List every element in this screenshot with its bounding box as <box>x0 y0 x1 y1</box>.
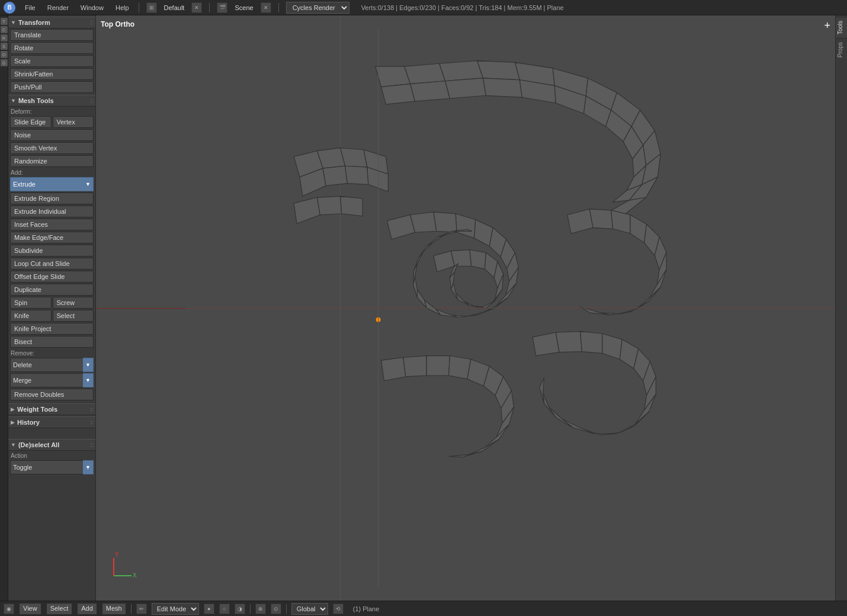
menu-help[interactable]: Help <box>113 3 131 12</box>
transform-icon[interactable]: ⟲ <box>333 604 344 614</box>
svg-marker-36 <box>387 215 415 239</box>
svg-marker-56 <box>426 235 444 246</box>
svg-marker-3 <box>477 60 520 79</box>
edit-mode-icon[interactable]: ✏ <box>136 604 147 614</box>
spin-button[interactable]: Spin <box>10 297 52 309</box>
svg-marker-59 <box>434 251 454 272</box>
deselect-arrow: ▼ <box>11 442 16 448</box>
layout-icon-1[interactable]: ⊞ <box>146 2 157 13</box>
svg-marker-34 <box>317 196 341 214</box>
knife-button[interactable]: Knife <box>10 310 52 322</box>
translate-button[interactable]: Translate <box>10 29 94 41</box>
transform-arrow: ▼ <box>11 20 16 25</box>
svg-marker-51 <box>417 290 426 308</box>
toggle-select[interactable]: Toggle <box>10 460 83 474</box>
knife-project-button[interactable]: Knife Project <box>10 323 94 335</box>
tools-tab[interactable]: Tools <box>836 17 847 38</box>
svg-marker-97 <box>556 331 582 352</box>
add-button[interactable]: Add <box>77 603 97 615</box>
axis-indicator: X Y <box>108 552 137 583</box>
transform-section-header[interactable]: ▼ Transform :: <box>8 17 95 28</box>
tools-icon[interactable]: T <box>1 18 8 25</box>
svg-marker-98 <box>580 331 602 353</box>
options-icon[interactable]: O <box>1 51 8 58</box>
svg-marker-87 <box>449 356 471 379</box>
shading-icon[interactable]: S <box>1 43 8 50</box>
delete-arrow[interactable]: ▼ <box>83 358 94 372</box>
subdivide-button[interactable]: Subdivide <box>10 245 94 256</box>
history-title: History <box>17 419 90 426</box>
3d-viewport[interactable]: Top Ortho + .mesh-face { fill: #5c5c5c; … <box>96 15 835 601</box>
menu-file[interactable]: File <box>23 3 38 12</box>
properties-tab[interactable]: Props <box>836 38 847 61</box>
edit-mode-select[interactable]: Edit Mode <box>152 603 199 615</box>
viewport-shading-1[interactable]: ● <box>204 604 214 614</box>
make-edge-face-button[interactable]: Make Edge/Face <box>10 232 94 243</box>
shrink-fatten-button[interactable]: Shrink/Fatten <box>10 68 94 80</box>
grease-icon[interactable]: G <box>1 59 8 66</box>
vertex-button[interactable]: Vertex <box>53 116 94 128</box>
remove-doubles-button[interactable]: Remove Doubles <box>10 389 94 400</box>
rotate-button[interactable]: Rotate <box>10 42 94 54</box>
svg-marker-1 <box>405 63 445 84</box>
history-section-header[interactable]: ▶ History :: <box>8 416 95 428</box>
select-button[interactable]: Select <box>46 603 73 615</box>
plane-label: (1) Plane <box>353 605 380 612</box>
proportional-icon[interactable]: ⊙ <box>271 604 281 614</box>
svg-marker-104 <box>635 394 656 424</box>
engine-icon[interactable]: ◉ <box>4 604 14 614</box>
extrude-individual-button[interactable]: Extrude Individual <box>10 206 94 217</box>
loop-cut-slide-button[interactable]: Loop Cut and Slide <box>10 258 94 270</box>
scale-button[interactable]: Scale <box>10 55 94 67</box>
svg-marker-99 <box>602 333 622 359</box>
relations-icon[interactable]: R <box>1 34 8 41</box>
offset-edge-slide-button[interactable]: Offset Edge Slide <box>10 271 94 283</box>
merge-arrow[interactable]: ▼ <box>83 373 94 387</box>
push-pull-button[interactable]: Push/Pull <box>10 81 94 93</box>
duplicate-button[interactable]: Duplicate <box>10 284 94 296</box>
menu-window[interactable]: Window <box>78 3 106 12</box>
deselect-all-title: (De)select All <box>18 441 90 448</box>
blender-logo: B <box>4 2 15 14</box>
mesh-tools-section-header[interactable]: ▼ Mesh Tools :: <box>8 95 95 107</box>
noise-button[interactable]: Noise <box>10 129 94 141</box>
slide-edge-button[interactable]: Slide Edge <box>10 116 52 128</box>
left-icon-strip: T C R S O G <box>0 15 8 601</box>
view-button[interactable]: View <box>19 603 41 615</box>
layout-close[interactable]: ✕ <box>191 2 202 13</box>
deselect-all-section-header[interactable]: ▼ (De)select All :: <box>8 439 95 451</box>
render-engine-select[interactable]: Cycles Render <box>286 2 349 14</box>
toggle-select-row: Toggle ▼ <box>10 460 94 474</box>
select-button[interactable]: Select <box>53 310 94 322</box>
toggle-arrow[interactable]: ▼ <box>83 460 94 474</box>
svg-marker-31 <box>345 166 368 184</box>
svg-text:Y: Y <box>115 552 119 558</box>
extrude-select[interactable]: Extrude <box>10 177 83 191</box>
deselect-dots: :: <box>90 442 93 448</box>
delete-select[interactable]: Delete <box>10 358 83 372</box>
svg-marker-33 <box>294 197 320 223</box>
viewport-shading-2[interactable]: ○ <box>219 604 230 614</box>
snap-icon[interactable]: ⊕ <box>255 604 266 614</box>
screw-button[interactable]: Screw <box>53 297 94 309</box>
scene-close[interactable]: ✕ <box>261 2 271 13</box>
svg-marker-74 <box>611 210 630 233</box>
merge-select[interactable]: Merge <box>10 373 83 387</box>
global-select[interactable]: Global <box>291 603 328 615</box>
bottom-sep3 <box>286 604 287 614</box>
weight-tools-title: Weight Tools <box>17 406 90 413</box>
svg-marker-27 <box>341 148 367 167</box>
randomize-button[interactable]: Randomize <box>10 155 94 167</box>
weight-tools-section-header[interactable]: ▶ Weight Tools :: <box>8 403 95 415</box>
extrude-arrow[interactable]: ▼ <box>83 177 94 191</box>
smooth-vertex-button[interactable]: Smooth Vertex <box>10 142 94 154</box>
menu-render[interactable]: Render <box>45 3 71 12</box>
viewport-shading-3[interactable]: ◑ <box>235 604 245 614</box>
right-panel-icons: Tools Props <box>835 15 847 601</box>
extrude-region-button[interactable]: Extrude Region <box>10 192 94 204</box>
inset-faces-button[interactable]: Inset Faces <box>10 219 94 230</box>
mesh-button[interactable]: Mesh <box>102 603 126 615</box>
transform-title: Transform <box>18 19 90 26</box>
bisect-button[interactable]: Bisect <box>10 336 94 348</box>
create-icon[interactable]: C <box>1 26 8 33</box>
